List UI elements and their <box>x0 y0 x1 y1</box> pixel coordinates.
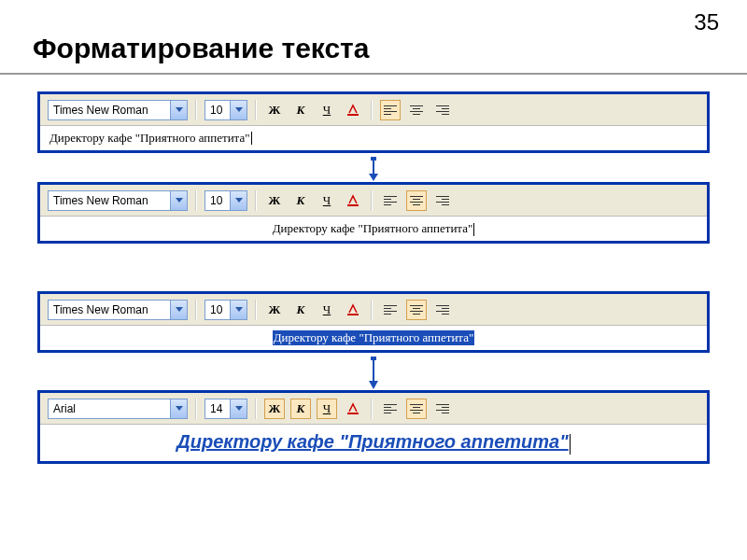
arrow-down-icon <box>367 157 380 182</box>
font-name: Times New Roman <box>49 193 170 208</box>
font-dropdown[interactable]: Arial <box>48 399 188 419</box>
font-color-button[interactable] <box>343 399 363 419</box>
sample-text-formatted: Директору кафе "Приятного аппетита" <box>176 431 568 452</box>
align-center-button[interactable] <box>406 399 427 419</box>
font-size: 10 <box>205 193 230 208</box>
cursor <box>473 223 474 236</box>
separator <box>255 300 257 320</box>
chevron-down-icon <box>170 101 187 119</box>
text-area[interactable]: Директору кафе "Приятного аппетита" <box>40 217 707 241</box>
example-2: Times New Roman 10 Ж К Ч Директору кафе … <box>37 182 710 244</box>
font-name: Arial <box>49 401 170 416</box>
chevron-down-icon <box>170 399 187 418</box>
text-area[interactable]: Директору кафе "Приятного аппетита" <box>40 126 707 150</box>
font-size: 10 <box>205 103 230 118</box>
separator <box>195 300 197 320</box>
separator <box>255 399 257 419</box>
align-right-button[interactable] <box>432 399 453 419</box>
underline-button[interactable]: Ч <box>317 190 337 211</box>
toolbar: Times New Roman 10 Ж К Ч <box>40 294 707 326</box>
align-center-button[interactable] <box>406 300 427 320</box>
page-title: Форматирование текста <box>33 33 370 64</box>
font-size: 14 <box>205 401 230 416</box>
toolbar: Times New Roman 10 Ж К Ч <box>40 185 707 217</box>
font-dropdown[interactable]: Times New Roman <box>48 300 188 320</box>
font-dropdown[interactable]: Times New Roman <box>48 190 188 211</box>
align-center-button[interactable] <box>406 100 427 120</box>
underline-button[interactable]: Ч <box>317 399 337 419</box>
page-number: 35 <box>694 9 719 35</box>
title-underline <box>0 73 747 75</box>
toolbar: Arial 14 Ж К Ч <box>40 393 707 425</box>
svg-rect-3 <box>347 204 359 206</box>
example-3: Times New Roman 10 Ж К Ч Директору кафе … <box>37 291 710 353</box>
svg-rect-5 <box>371 357 376 360</box>
font-size: 10 <box>205 302 230 317</box>
font-name: Times New Roman <box>49 302 170 317</box>
size-dropdown[interactable]: 10 <box>204 300 247 320</box>
cursor <box>570 434 571 455</box>
font-color-button[interactable] <box>343 190 363 211</box>
align-center-button[interactable] <box>406 190 427 211</box>
font-color-button[interactable] <box>343 300 363 320</box>
bold-button[interactable]: Ж <box>264 100 285 120</box>
font-dropdown[interactable]: Times New Roman <box>48 100 188 120</box>
size-dropdown[interactable]: 10 <box>204 100 247 120</box>
underline-button[interactable]: Ч <box>317 300 337 320</box>
separator <box>255 100 257 120</box>
underline-button[interactable]: Ч <box>317 100 337 120</box>
align-left-button[interactable] <box>380 100 401 120</box>
svg-rect-1 <box>371 157 376 161</box>
font-name: Times New Roman <box>49 103 170 118</box>
toolbar: Times New Roman 10 Ж К Ч <box>40 94 707 126</box>
text-area[interactable]: Директору кафе "Приятного аппетита" <box>40 326 707 350</box>
align-left-button[interactable] <box>380 300 401 320</box>
bold-button[interactable]: Ж <box>264 190 285 211</box>
chevron-down-icon <box>230 101 247 119</box>
separator <box>371 300 373 320</box>
sample-text-selected: Директору кафе "Приятного аппетита" <box>273 330 475 345</box>
separator <box>371 190 373 211</box>
align-right-button[interactable] <box>432 190 453 211</box>
align-left-button[interactable] <box>380 190 401 211</box>
font-color-button[interactable] <box>343 100 363 120</box>
example-4: Arial 14 Ж К Ч Директору кафе "Приятного… <box>37 390 710 464</box>
separator <box>195 100 197 120</box>
align-right-button[interactable] <box>432 100 453 120</box>
text-area[interactable]: Директору кафе "Приятного аппетита" <box>40 425 707 461</box>
separator <box>255 190 257 211</box>
size-dropdown[interactable]: 10 <box>204 190 247 211</box>
chevron-down-icon <box>230 301 247 319</box>
bold-button[interactable]: Ж <box>264 399 285 419</box>
svg-rect-0 <box>347 114 359 116</box>
size-dropdown[interactable]: 14 <box>204 399 247 419</box>
separator <box>371 100 373 120</box>
chevron-down-icon <box>170 191 187 210</box>
italic-button[interactable]: К <box>290 100 311 120</box>
chevron-down-icon <box>230 399 247 418</box>
align-right-button[interactable] <box>432 300 453 320</box>
cursor <box>251 132 252 145</box>
svg-rect-7 <box>347 413 359 414</box>
svg-rect-4 <box>347 314 359 315</box>
separator <box>195 190 197 211</box>
sample-text: Директору кафе "Приятного аппетита" <box>273 221 475 236</box>
bold-button[interactable]: Ж <box>264 300 285 320</box>
separator <box>195 399 197 419</box>
chevron-down-icon <box>230 191 247 210</box>
arrow-down-icon <box>367 357 380 390</box>
italic-button[interactable]: К <box>290 190 311 211</box>
separator <box>371 399 373 419</box>
italic-button[interactable]: К <box>290 300 311 320</box>
sample-text: Директору кафе "Приятного аппетита" <box>49 131 250 146</box>
example-1: Times New Roman 10 Ж К Ч Директору кафе … <box>37 91 710 153</box>
chevron-down-icon <box>170 301 187 319</box>
align-left-button[interactable] <box>380 399 401 419</box>
italic-button[interactable]: К <box>290 399 311 419</box>
